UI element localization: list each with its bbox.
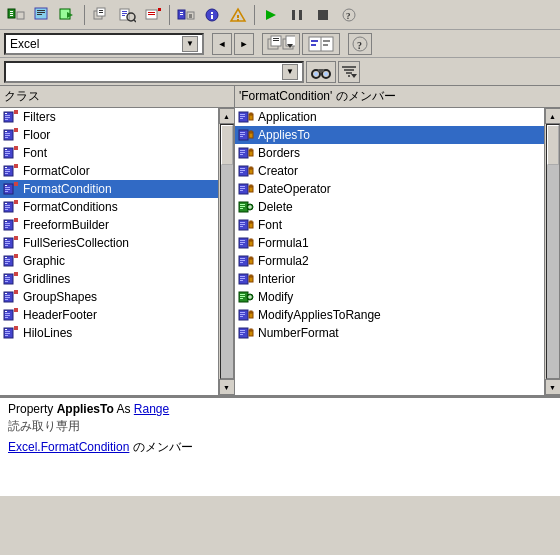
toolbar-icon-3[interactable] bbox=[56, 4, 80, 26]
excel-combo-arrow[interactable]: ▼ bbox=[182, 36, 198, 52]
class-icon bbox=[2, 271, 20, 287]
scroll-track-left[interactable] bbox=[220, 124, 234, 379]
toolbar-pause-icon[interactable] bbox=[285, 4, 309, 26]
class-list[interactable]: Filters Floor Font FormatColor bbox=[0, 108, 218, 395]
class-label: Filters bbox=[23, 110, 56, 124]
filter-btn[interactable] bbox=[338, 61, 360, 83]
toolbar-stop-icon[interactable] bbox=[311, 4, 335, 26]
scroll-down-left[interactable]: ▼ bbox=[219, 379, 235, 395]
toolbar-icon-7[interactable] bbox=[174, 4, 198, 26]
svg-rect-133 bbox=[14, 290, 18, 294]
svg-rect-75 bbox=[5, 131, 7, 132]
svg-rect-194 bbox=[250, 239, 252, 241]
svg-rect-136 bbox=[5, 313, 10, 314]
scroll-up-right[interactable]: ▲ bbox=[545, 108, 561, 124]
svg-rect-52 bbox=[311, 40, 318, 42]
svg-rect-127 bbox=[14, 272, 18, 276]
svg-rect-60 bbox=[318, 69, 324, 72]
list-item[interactable]: GroupShapes bbox=[0, 288, 218, 306]
info-type-link[interactable]: Range bbox=[134, 402, 169, 416]
class-label: HiloLines bbox=[23, 326, 72, 340]
svg-rect-8 bbox=[37, 14, 42, 15]
search-combo-arrow[interactable]: ▼ bbox=[282, 64, 298, 80]
nav-prev-icon: ◄ bbox=[218, 39, 227, 49]
view-btn[interactable] bbox=[302, 33, 340, 55]
info-line3: Excel.FormatCondition のメンバー bbox=[8, 439, 552, 456]
toolbar-icon-6[interactable] bbox=[141, 4, 165, 26]
scroll-thumb-right[interactable] bbox=[547, 125, 559, 165]
list-item[interactable]: Interior bbox=[235, 270, 544, 288]
svg-rect-148 bbox=[240, 116, 245, 117]
list-item[interactable]: DateOperator bbox=[235, 180, 544, 198]
list-item[interactable]: Formula2 bbox=[235, 252, 544, 270]
nav-prev-btn[interactable]: ◄ bbox=[212, 33, 232, 55]
search-combo[interactable]: ▼ bbox=[4, 61, 304, 83]
svg-rect-1 bbox=[10, 11, 13, 12]
class-icon bbox=[2, 289, 20, 305]
scroll-up-left[interactable]: ▲ bbox=[219, 108, 235, 124]
list-item[interactable]: FreeformBuilder bbox=[0, 216, 218, 234]
svg-rect-198 bbox=[240, 262, 243, 263]
info-property-name: AppliesTo bbox=[57, 402, 114, 416]
svg-rect-90 bbox=[5, 173, 8, 174]
member-icon bbox=[237, 217, 255, 233]
toolbar-icon-5[interactable] bbox=[115, 4, 139, 26]
list-item[interactable]: FormatCondition bbox=[0, 180, 218, 198]
scroll-down-right[interactable]: ▼ bbox=[545, 379, 561, 395]
list-item[interactable]: FormatColor bbox=[0, 162, 218, 180]
nav-next-btn[interactable]: ► bbox=[234, 33, 254, 55]
right-scrollbar[interactable]: ▲ ▼ bbox=[544, 108, 560, 395]
list-item[interactable]: ModifyAppliesToRange bbox=[235, 306, 544, 324]
member-list[interactable]: Application AppliesTo Borders Creator Da… bbox=[235, 108, 544, 395]
list-item[interactable]: FullSeriesCollection bbox=[0, 234, 218, 252]
list-item[interactable]: Font bbox=[0, 144, 218, 162]
toolbar-icon-8[interactable] bbox=[200, 4, 224, 26]
toolbar-icon-1[interactable] bbox=[4, 4, 28, 26]
list-item[interactable]: Creator bbox=[235, 162, 544, 180]
info-class-link[interactable]: Excel.FormatCondition bbox=[8, 440, 129, 454]
svg-rect-123 bbox=[5, 275, 7, 276]
list-item[interactable]: Graphic bbox=[0, 252, 218, 270]
svg-rect-126 bbox=[5, 281, 8, 282]
toolbar-help-icon[interactable]: ? bbox=[337, 4, 361, 26]
list-item[interactable]: Gridlines bbox=[0, 270, 218, 288]
excel-combo[interactable]: Excel ▼ bbox=[4, 33, 204, 55]
list-item[interactable]: Application bbox=[235, 108, 544, 126]
list-item[interactable]: HeaderFooter bbox=[0, 306, 218, 324]
svg-rect-125 bbox=[5, 279, 10, 280]
svg-rect-82 bbox=[5, 151, 10, 152]
toolbar-icon-9[interactable] bbox=[226, 4, 250, 26]
svg-rect-225 bbox=[250, 329, 252, 331]
list-item[interactable]: Formula1 bbox=[235, 234, 544, 252]
list-item[interactable]: FormatConditions bbox=[0, 198, 218, 216]
binoculars-btn[interactable] bbox=[306, 61, 336, 83]
list-item[interactable]: HiloLines bbox=[0, 324, 218, 342]
svg-rect-81 bbox=[5, 149, 7, 150]
toolbar-icon-2[interactable] bbox=[30, 4, 54, 26]
member-icon bbox=[237, 109, 255, 125]
left-scrollbar[interactable]: ▲ ▼ bbox=[218, 108, 234, 395]
svg-rect-153 bbox=[240, 132, 245, 133]
toolbar-icon-4[interactable] bbox=[89, 4, 113, 26]
list-item[interactable]: Font bbox=[235, 216, 544, 234]
right-pane: 'FormatCondition' のメンバー Application Appl… bbox=[235, 86, 560, 395]
copy-btn[interactable] bbox=[262, 33, 300, 55]
toolbar-run-icon[interactable] bbox=[259, 4, 283, 26]
list-item[interactable]: Floor bbox=[0, 126, 218, 144]
list-item[interactable]: AppliesTo bbox=[235, 126, 544, 144]
svg-rect-79 bbox=[14, 128, 18, 132]
help-btn[interactable]: ? bbox=[348, 33, 372, 55]
svg-rect-88 bbox=[5, 169, 10, 170]
svg-rect-6 bbox=[37, 10, 45, 11]
list-item[interactable]: NumberFormat bbox=[235, 324, 544, 342]
list-item[interactable]: Filters bbox=[0, 108, 218, 126]
class-label: GroupShapes bbox=[23, 290, 97, 304]
list-item[interactable]: Delete bbox=[235, 198, 544, 216]
list-item[interactable]: Borders bbox=[235, 144, 544, 162]
scroll-track-right[interactable] bbox=[546, 124, 560, 379]
list-item[interactable]: Modify bbox=[235, 288, 544, 306]
svg-rect-46 bbox=[273, 40, 279, 41]
scroll-thumb-left[interactable] bbox=[221, 125, 233, 165]
separator-2 bbox=[169, 5, 170, 25]
svg-rect-169 bbox=[250, 167, 252, 169]
